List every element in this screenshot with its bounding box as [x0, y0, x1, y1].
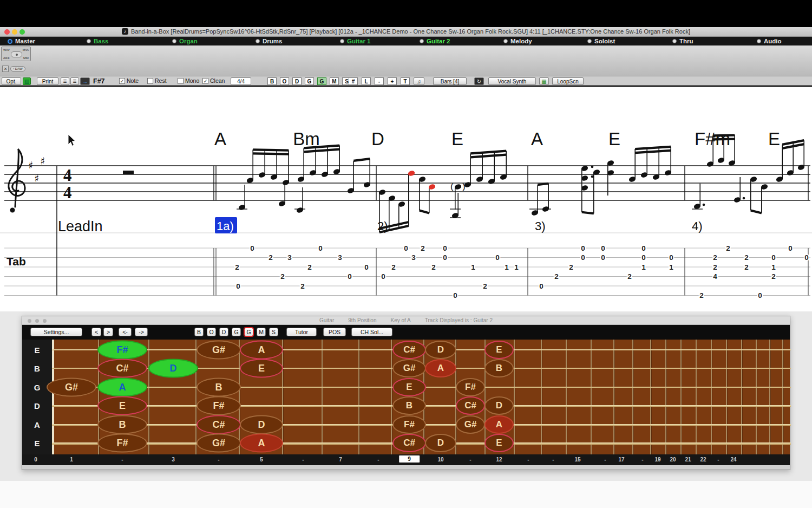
- fret-number-18[interactable]: -: [641, 457, 643, 463]
- fret-note-a-s0-f5[interactable]: A: [240, 341, 283, 360]
- fret-number-21[interactable]: 21: [685, 457, 691, 463]
- mini-button-0[interactable]: #: [349, 77, 358, 85]
- pos-button[interactable]: POS: [323, 328, 346, 336]
- meter-field[interactable]: 4/4: [231, 77, 251, 85]
- fret-note-a-s4-f12[interactable]: A: [484, 415, 514, 434]
- fret-number-7[interactable]: 7: [339, 457, 342, 463]
- close-window-button[interactable]: [4, 29, 10, 35]
- scene-icon-button[interactable]: ▦: [539, 77, 549, 85]
- bars-button[interactable]: Bars [4]: [433, 77, 467, 85]
- fret-note-b-s2-f4[interactable]: B: [197, 378, 241, 397]
- fret-note-a-s5-f5[interactable]: A: [240, 434, 283, 453]
- mini-button-4[interactable]: T: [401, 77, 410, 85]
- fret-number-1[interactable]: 1: [70, 457, 73, 463]
- notation-track-letter-m-5[interactable]: M: [330, 77, 339, 85]
- fret-note-gs-s1-f9[interactable]: G#: [392, 359, 426, 377]
- staff-view-button-2[interactable]: ≣: [70, 77, 79, 85]
- fret-note-cs-s4-f4[interactable]: C#: [197, 415, 241, 434]
- fret-note-e-s3-f2[interactable]: E: [97, 396, 147, 415]
- track-button-audio[interactable]: Audio: [757, 37, 782, 45]
- track-button-guitar-2[interactable]: Guitar 2: [420, 37, 450, 45]
- track-button-melody[interactable]: Melody: [503, 37, 532, 45]
- guitar-track-letter-o-1[interactable]: O: [207, 328, 216, 336]
- guitar-track-letter-g-3[interactable]: G: [232, 328, 241, 336]
- fretboard[interactable]: EBGDAEF#G#AC#DEC#DEG#ABG#ABEF#EF#BC#DBC#…: [22, 340, 790, 454]
- staff-view-button-1[interactable]: ≣: [61, 77, 69, 85]
- notation-extra-icon-button[interactable]: ♫: [414, 77, 424, 85]
- part-marker-label[interactable]: 3): [535, 219, 546, 233]
- tutor-button[interactable]: Tutor: [286, 328, 317, 336]
- fret-note-d-s4-f5[interactable]: D: [240, 415, 283, 434]
- notation-track-letter-g-3[interactable]: G: [305, 77, 314, 85]
- vocal-synth-button[interactable]: Vocal Synth: [488, 77, 536, 85]
- fret-number-5[interactable]: 5: [260, 457, 263, 463]
- fret-note-b-s4-f2[interactable]: B: [97, 415, 147, 434]
- fret-note-fs-s3-f4[interactable]: F#: [197, 396, 241, 415]
- fret-number-2[interactable]: -: [121, 457, 123, 463]
- notation-track-letter-o-1[interactable]: O: [280, 77, 289, 85]
- part-marker-label[interactable]: 4): [692, 219, 703, 233]
- fret-note-cs-s5-f9[interactable]: C#: [392, 434, 426, 452]
- fret-note-d-s1-f3[interactable]: D: [148, 359, 198, 378]
- checkbox-box[interactable]: [147, 78, 153, 84]
- daw-toggle[interactable]: ▫ DAW: [10, 66, 25, 71]
- m4a-label[interactable]: M4A: [23, 48, 29, 51]
- notation-track-letter-b-0[interactable]: B: [267, 77, 277, 85]
- fret-number-24[interactable]: 24: [730, 457, 736, 463]
- guitar-window-titlebar[interactable]: Guitar9th PositionKey of ATrack Displaye…: [22, 316, 790, 325]
- checkbox-mono[interactable]: Mono: [178, 77, 199, 84]
- fret-note-fs-s2-f11[interactable]: F#: [456, 378, 485, 396]
- checkbox-box[interactable]: ✓: [202, 78, 208, 84]
- fret-number-11[interactable]: -: [469, 457, 471, 463]
- fret-note-gs-s4-f11[interactable]: G#: [456, 415, 485, 434]
- fret-number-22[interactable]: 22: [700, 457, 706, 463]
- track-button-guitar-1[interactable]: Guitar 1: [340, 37, 370, 45]
- fret-number-16[interactable]: -: [604, 457, 606, 463]
- chord-symbol-a[interactable]: A: [531, 129, 543, 149]
- plugin-icon[interactable]: ✕: [2, 66, 9, 72]
- fret-note-gs-s5-f4[interactable]: G#: [197, 434, 241, 453]
- fret-note-b-s3-f9[interactable]: B: [392, 396, 426, 415]
- ch-sol-button[interactable]: CH Sol...: [351, 328, 392, 336]
- fret-number-10[interactable]: 10: [437, 457, 443, 463]
- next-chord-button[interactable]: ->: [135, 328, 148, 336]
- zoom-window-button[interactable]: [19, 29, 25, 35]
- fret-note-gs-s0-f4[interactable]: G#: [197, 341, 241, 360]
- fret-note-d-s3-f12[interactable]: D: [484, 396, 514, 415]
- guitar-track-letter-s-6[interactable]: S: [269, 328, 278, 336]
- track-button-master[interactable]: Master: [8, 37, 35, 45]
- fret-number-17[interactable]: 17: [618, 457, 624, 463]
- mini-button-1[interactable]: L: [362, 77, 371, 85]
- fret-note-e-s0-f12[interactable]: E: [484, 341, 514, 359]
- fret-note-a-s1-f10[interactable]: A: [425, 359, 456, 377]
- prev-chord-button[interactable]: <-: [119, 328, 132, 336]
- notation-options-button[interactable]: Opt.: [2, 77, 21, 85]
- fret-note-gs-s2-f1[interactable]: G#: [47, 378, 96, 397]
- fret-number-0[interactable]: 0: [34, 457, 37, 463]
- track-button-soloist[interactable]: Soloist: [587, 37, 615, 45]
- fret-number-6[interactable]: -: [302, 457, 304, 463]
- wav-label[interactable]: WAV: [3, 48, 10, 51]
- minimize-window-button[interactable]: [12, 29, 17, 35]
- guitar-track-letter-d-2[interactable]: D: [219, 328, 228, 336]
- guitar-settings-button[interactable]: Settings...: [30, 328, 82, 336]
- fret-number-19[interactable]: 19: [654, 457, 660, 463]
- fret-note-a-s2-f2[interactable]: A: [97, 378, 147, 397]
- track-button-thru[interactable]: Thru: [672, 37, 693, 45]
- part-marker-label[interactable]: 1a): [217, 219, 234, 233]
- fret-number-20[interactable]: 20: [670, 457, 676, 463]
- chord-symbol-e[interactable]: E: [608, 129, 620, 149]
- next-button[interactable]: >: [103, 328, 113, 336]
- fret-number-8[interactable]: -: [377, 457, 379, 463]
- notation-track-letter-g-4[interactable]: G: [317, 77, 326, 85]
- fret-note-e-s1-f5[interactable]: E: [240, 359, 283, 378]
- chord-symbol-d[interactable]: D: [371, 129, 384, 149]
- aiff-label[interactable]: AIFF: [3, 56, 10, 60]
- guitar-track-letter-b-0[interactable]: B: [194, 328, 204, 336]
- fret-number-3[interactable]: 3: [172, 457, 175, 463]
- loopscn-button[interactable]: LoopScn: [552, 77, 584, 85]
- track-button-bass[interactable]: Bass: [87, 37, 109, 45]
- chord-symbol-bm[interactable]: Bm: [293, 129, 320, 149]
- fret-note-fs-s5-f2[interactable]: F#: [97, 434, 147, 453]
- chord-symbol-a[interactable]: A: [214, 129, 226, 149]
